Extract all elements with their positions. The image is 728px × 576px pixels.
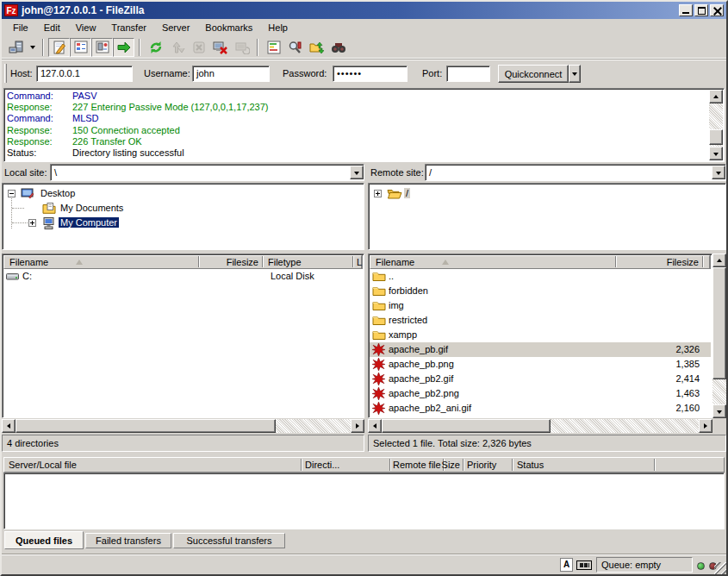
column-divider[interactable]: [512, 459, 513, 471]
scrollbar-thumb[interactable]: [382, 419, 551, 433]
file-search-button[interactable]: [327, 38, 349, 57]
tab-queued-files[interactable]: Queued files: [4, 531, 84, 549]
remote-vscrollbar[interactable]: [712, 254, 726, 418]
synchronized-browsing-icon: [309, 41, 324, 54]
remote-file-row[interactable]: forbidden: [370, 284, 711, 298]
column-header-status[interactable]: Status: [517, 460, 544, 470]
close-button[interactable]: [710, 4, 724, 16]
host-input[interactable]: 127.0.0.1: [36, 66, 133, 82]
remote-status-bar: Selected 1 file. Total size: 2,326 bytes: [368, 435, 726, 452]
site-manager-dropdown[interactable]: [27, 38, 38, 57]
expand-icon[interactable]: [28, 219, 36, 227]
toolbar-grip[interactable]: [4, 64, 7, 83]
menu-transfer[interactable]: Transfer: [103, 20, 154, 35]
column-divider[interactable]: [352, 256, 354, 267]
column-divider[interactable]: [654, 459, 656, 471]
scrollbar-thumb[interactable]: [712, 267, 726, 379]
process-queue-button[interactable]: [166, 38, 188, 57]
port-input[interactable]: [446, 66, 490, 82]
column-header-direction[interactable]: Directi...: [305, 460, 339, 470]
queue-toggle-button[interactable]: [113, 38, 134, 57]
remote-site-dropdown[interactable]: [712, 166, 725, 179]
quickconnect-button[interactable]: Quickconnect: [498, 65, 569, 83]
menu-help[interactable]: Help: [260, 20, 296, 35]
expand-icon[interactable]: [374, 190, 382, 197]
menu-file[interactable]: File: [5, 20, 36, 35]
local-file-row[interactable]: C: Local Disk: [3, 269, 363, 284]
column-header-filesize[interactable]: Filesize: [619, 257, 699, 267]
reconnect-button[interactable]: [231, 38, 252, 57]
column-divider[interactable]: [615, 256, 617, 267]
remote-file-row[interactable]: xampp: [370, 328, 711, 342]
scrollbar-thumb[interactable]: [709, 129, 723, 145]
column-divider[interactable]: [702, 256, 704, 267]
indicator-badge-icon[interactable]: [576, 560, 592, 570]
local-hscrollbar[interactable]: [2, 419, 364, 433]
message-log-toggle-button[interactable]: [48, 38, 70, 57]
column-divider[interactable]: [463, 459, 464, 471]
transfer-type-indicator-icon[interactable]: A: [560, 558, 573, 572]
column-divider[interactable]: [389, 459, 391, 471]
remote-tree[interactable]: /: [368, 183, 726, 250]
column-header-modified[interactable]: L: [357, 257, 362, 267]
maximize-button[interactable]: [694, 4, 708, 16]
column-header-filesize[interactable]: Filesize: [202, 257, 258, 267]
cancel-button[interactable]: [188, 38, 209, 57]
remote-file-row[interactable]: img: [370, 298, 711, 313]
remote-file-row-selected[interactable]: apache_pb.gif 2,326: [370, 342, 711, 357]
tree-item-my-computer[interactable]: My Computer: [3, 216, 364, 230]
column-divider[interactable]: [262, 256, 264, 267]
password-input[interactable]: ••••••: [333, 66, 408, 82]
remote-file-row[interactable]: apache_pb2.gif 2,414: [370, 372, 711, 386]
remote-file-row[interactable]: apache_pb2_ani.gif 2,160: [370, 401, 711, 416]
message-log-icon: [53, 41, 66, 54]
tab-failed-transfers[interactable]: Failed transfers: [85, 533, 171, 548]
local-site-dropdown[interactable]: [350, 166, 364, 179]
remote-tree-toggle-button[interactable]: [91, 38, 113, 57]
collapse-icon[interactable]: [8, 190, 16, 197]
menu-edit[interactable]: Edit: [36, 20, 68, 35]
column-divider[interactable]: [301, 459, 302, 471]
username-input[interactable]: john: [192, 66, 270, 82]
scrollbar-thumb[interactable]: [16, 419, 276, 433]
local-tree[interactable]: Desktop My Documents: [2, 183, 364, 250]
column-header-server-local-file[interactable]: Server/Local file: [9, 460, 77, 470]
remote-file-row[interactable]: restricted: [370, 313, 711, 328]
remote-file-row[interactable]: apache_pb2.png 1,463: [370, 386, 711, 401]
remote-file-row[interactable]: ..: [370, 269, 711, 284]
refresh-button[interactable]: [145, 38, 166, 57]
log-scrollbar[interactable]: [709, 90, 723, 160]
column-header-size[interactable]: Size: [408, 460, 460, 470]
queue-body[interactable]: [3, 473, 725, 529]
filter-button[interactable]: [284, 38, 306, 57]
local-tree-toggle-button[interactable]: [70, 38, 91, 57]
menu-server[interactable]: Server: [154, 20, 197, 35]
menu-bookmarks[interactable]: Bookmarks: [197, 20, 260, 35]
maximize-icon: [698, 7, 706, 15]
column-header-filename[interactable]: Filename: [376, 257, 414, 267]
site-manager-button[interactable]: [5, 38, 27, 57]
menu-view[interactable]: View: [68, 20, 104, 35]
disconnect-button[interactable]: [209, 38, 231, 57]
apache-file-icon: [372, 387, 385, 400]
resize-grip[interactable]: [714, 562, 726, 574]
column-header-filetype[interactable]: Filetype: [268, 257, 302, 267]
local-site-combo[interactable]: \: [50, 164, 364, 181]
message-log[interactable]: Command:PASV Response:227 Entering Passi…: [3, 88, 725, 162]
tree-item-root[interactable]: /: [369, 186, 725, 201]
tree-item-my-documents[interactable]: My Documents: [3, 201, 364, 216]
column-header-filename[interactable]: Filename: [9, 257, 48, 267]
minimize-button[interactable]: [679, 4, 693, 16]
column-divider[interactable]: [198, 256, 200, 267]
column-header-priority[interactable]: Priority: [467, 460, 496, 470]
tree-item-desktop[interactable]: Desktop: [3, 186, 364, 201]
tab-successful-transfers[interactable]: Successful transfers: [173, 533, 285, 548]
title-bar[interactable]: Fz john@127.0.0.1 - FileZilla: [2, 2, 726, 19]
remote-file-row[interactable]: apache_pb.png 1,385: [370, 357, 711, 372]
remote-site-combo[interactable]: /: [425, 164, 726, 181]
quickconnect-dropdown[interactable]: [569, 65, 581, 83]
remote-hscrollbar[interactable]: [368, 419, 712, 433]
directory-comparison-button[interactable]: [263, 38, 284, 57]
menu-bar: File Edit View Transfer Server Bookmarks…: [2, 19, 726, 36]
synchronized-browsing-button[interactable]: [306, 38, 327, 57]
